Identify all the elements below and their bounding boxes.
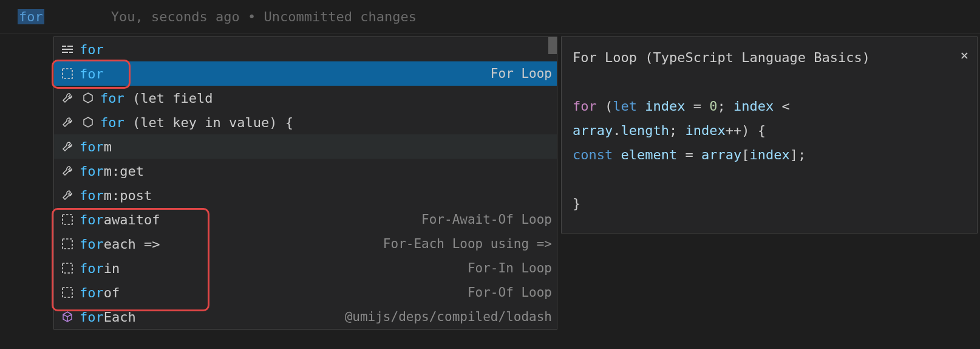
cube-icon bbox=[59, 311, 76, 323]
svg-rect-1 bbox=[67, 46, 73, 47]
svg-rect-4 bbox=[69, 52, 73, 53]
suggest-label: forawaitof bbox=[80, 212, 421, 227]
svg-rect-9 bbox=[63, 288, 72, 297]
suggest-item[interactable]: for bbox=[54, 37, 557, 61]
suggest-item[interactable]: forinFor-In Loop bbox=[54, 256, 557, 280]
wrench-hex-icon bbox=[59, 92, 76, 104]
details-code: for (let index = 0; index < array.length… bbox=[573, 94, 966, 216]
svg-rect-7 bbox=[63, 239, 72, 249]
suggest-label: foreach => bbox=[80, 237, 383, 252]
typed-text: for bbox=[18, 9, 44, 24]
close-icon[interactable]: ✕ bbox=[961, 43, 968, 67]
suggest-detail: For-Each Loop using => bbox=[383, 237, 552, 251]
suggest-label: forin bbox=[80, 261, 468, 276]
suggest-detail: For-Await-Of Loop bbox=[421, 212, 552, 227]
git-codelens: You, seconds ago • Uncommitted changes bbox=[111, 9, 417, 24]
suggest-item[interactable]: form:get bbox=[54, 159, 557, 183]
svg-rect-0 bbox=[62, 46, 66, 47]
svg-rect-2 bbox=[62, 49, 73, 50]
snippet-icon bbox=[59, 213, 76, 226]
suggest-label: for (let field bbox=[100, 91, 552, 106]
editor-line[interactable]: for You, seconds ago • Uncommitted chang… bbox=[0, 0, 980, 33]
suggest-item[interactable]: forawaitofFor-Await-Of Loop bbox=[54, 207, 557, 232]
snippet-icon bbox=[59, 262, 76, 274]
wrench-hex-icon bbox=[59, 116, 76, 128]
hex-icon bbox=[80, 116, 97, 128]
suggest-label: for (let key in value) { bbox=[100, 115, 552, 130]
wrench-icon bbox=[59, 140, 76, 153]
wrench-icon bbox=[59, 165, 76, 177]
hex-icon bbox=[80, 92, 97, 104]
suggest-label: for bbox=[80, 42, 552, 57]
suggest-label: form:get bbox=[80, 164, 552, 179]
suggest-item[interactable]: forFor Loop bbox=[54, 61, 557, 86]
suggest-item[interactable]: for (let field bbox=[54, 86, 557, 110]
suggest-label: forEach bbox=[80, 309, 345, 325]
suggest-item[interactable]: for (let key in value) { bbox=[54, 110, 557, 134]
suggest-detail: For-In Loop bbox=[468, 261, 552, 275]
suggest-item[interactable]: foreach =>For-Each Loop using => bbox=[54, 232, 557, 256]
suggest-detail: @umijs/deps/compiled/lodash bbox=[345, 309, 552, 324]
snippet-icon bbox=[59, 286, 76, 299]
wrench-icon bbox=[59, 189, 76, 201]
svg-rect-8 bbox=[63, 263, 72, 273]
suggest-label: for bbox=[80, 66, 491, 81]
suggest-widget[interactable]: forforFor Loopfor (let fieldfor (let key… bbox=[53, 36, 557, 330]
suggest-details: ✕ For Loop (TypeScript Language Basics) … bbox=[561, 36, 978, 233]
suggest-detail: For Loop bbox=[491, 66, 552, 81]
keyword-icon bbox=[59, 43, 76, 55]
suggest-label: form:post bbox=[80, 188, 552, 203]
suggest-item[interactable]: form:post bbox=[54, 183, 557, 207]
suggest-label: form bbox=[80, 139, 552, 154]
suggest-label: forof bbox=[80, 285, 468, 300]
svg-rect-5 bbox=[63, 69, 72, 78]
suggest-item[interactable]: forEach@umijs/deps/compiled/lodash bbox=[54, 305, 557, 329]
details-title: For Loop (TypeScript Language Basics) bbox=[573, 46, 966, 70]
snippet-icon bbox=[59, 238, 76, 250]
snippet-icon bbox=[59, 67, 76, 80]
suggest-detail: For-Of Loop bbox=[468, 285, 552, 300]
suggest-item[interactable]: forofFor-Of Loop bbox=[54, 280, 557, 305]
svg-rect-6 bbox=[63, 215, 72, 224]
svg-rect-3 bbox=[62, 52, 68, 53]
suggest-item[interactable]: form bbox=[54, 134, 557, 159]
